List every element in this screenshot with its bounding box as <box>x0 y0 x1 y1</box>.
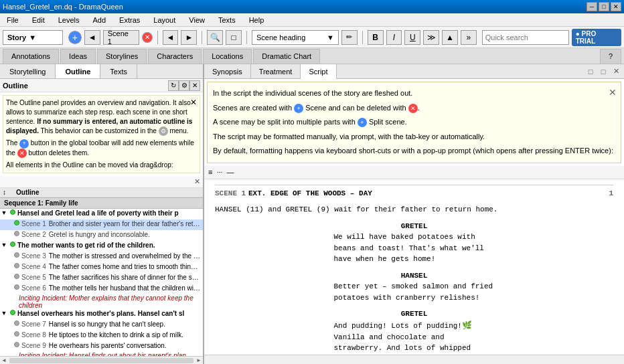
quick-search-input[interactable] <box>482 30 569 45</box>
close-button[interactable]: ✕ <box>611 2 621 11</box>
tab-outline[interactable]: Outline <box>56 64 100 78</box>
menu-help[interactable]: Help <box>245 15 268 25</box>
format-icon-dots[interactable]: ··· <box>216 168 222 176</box>
format-extra2[interactable]: » <box>461 30 477 45</box>
scene-close-btn[interactable]: ✕ <box>142 32 153 43</box>
scene-3-row[interactable]: Scene 3 The mother is stressed and overw… <box>0 252 203 262</box>
right-top-tabs: Synopsis Treatment Script □ □ ✕ <box>204 64 624 79</box>
tab-annotations[interactable]: Annotations <box>3 49 59 64</box>
format-underline-btn[interactable]: U <box>404 30 420 45</box>
add-button[interactable]: + <box>68 31 82 44</box>
toolbar-sep-3 <box>246 31 247 44</box>
menu-texts[interactable]: Texts <box>214 15 240 25</box>
fullscreen-btn[interactable]: □ <box>226 30 242 45</box>
script-area[interactable]: Scene 1 EXT. EDGE OF THE WOODS – DAY 1 H… <box>204 179 624 355</box>
minimize-button[interactable]: ─ <box>587 2 597 11</box>
scroll-right-arrow[interactable]: ► <box>196 357 202 363</box>
menu-add[interactable]: Add <box>89 15 110 25</box>
menu-edit[interactable]: Edit <box>28 15 49 25</box>
tab-help[interactable]: ? <box>600 49 621 64</box>
scene-6-num: Scene 6 <box>21 284 46 292</box>
scene-7-num: Scene 7 <box>21 321 46 328</box>
scene-6-row[interactable]: Scene 6 The mother tells her husband tha… <box>0 284 203 294</box>
nav-back-btn[interactable]: ◄ <box>163 30 179 45</box>
format-bold-btn[interactable]: B <box>368 30 384 45</box>
right-panel: Synopsis Treatment Script □ □ ✕ ✕ In the… <box>204 64 624 364</box>
panel-restore-btn[interactable]: □ <box>585 66 596 77</box>
scene-4-num: Scene 4 <box>21 263 46 270</box>
scene-7-row[interactable]: Scene 7 Hansel is so hungry that he can'… <box>0 320 203 331</box>
scene-9-row[interactable]: Scene 9 He overhears his parents' conver… <box>0 341 203 352</box>
scene-8-bullet <box>14 331 19 337</box>
right-tab-synopsis[interactable]: Synopsis <box>204 64 251 79</box>
scene-4-bullet <box>14 263 19 268</box>
help-popup-close[interactable]: ✕ <box>609 85 617 100</box>
outline-settings-btn[interactable]: ⚙ <box>179 80 189 91</box>
script-bottom-scrollbar[interactable] <box>204 355 624 364</box>
toolbar-sep-2 <box>202 31 202 44</box>
format-italic-btn[interactable]: I <box>386 30 402 45</box>
menu-bar: File Edit Levels Add Extras Layout View … <box>0 13 624 27</box>
scene-2-row[interactable]: Scene 2 Gretel is hungry and inconsolabl… <box>0 230 203 241</box>
story-dropdown[interactable]: Story ▼ <box>3 30 63 45</box>
outline-tree: Sequence 1: Family life ▼ Hansel and Gre… <box>0 197 203 356</box>
help-line-5: A scene may be split into multiple parts… <box>213 116 615 128</box>
tab-dramatic-chart[interactable]: Dramatic Chart <box>253 49 320 64</box>
scroll-left-arrow[interactable]: ◄ <box>1 357 7 363</box>
scene-format-label: Scene heading <box>256 33 327 41</box>
scene-7-label: Hansel is so hungry that he can't sleep. <box>49 321 203 328</box>
scene-5-num: Scene 5 <box>21 274 46 281</box>
dialog-gretel-2: And pudding! Lots of pudding!🌿 Vanilla a… <box>307 320 522 355</box>
outline-bottom-scroll[interactable]: ◄ ► <box>0 356 203 364</box>
help-line-9: By default, formatting happens via keybo… <box>213 145 615 157</box>
scene-5-row[interactable]: Scene 5 The father sacrifices his share … <box>0 273 203 284</box>
menu-levels[interactable]: Levels <box>54 15 84 25</box>
step-1-label: Hansel and Gretel lead a life of poverty… <box>17 209 203 217</box>
info-close[interactable]: ✕ <box>190 97 197 108</box>
right-tab-script[interactable]: Script <box>301 64 336 79</box>
char-hansel-1: HANSEL <box>215 270 613 282</box>
scene-4-label: The father comes home and tries to smoot… <box>49 263 203 270</box>
split-scene-icon: + <box>358 118 367 127</box>
tab-storytelling[interactable]: Storytelling <box>0 64 56 78</box>
panel-expand-btn[interactable]: □ <box>598 66 609 77</box>
right-tab-treatment[interactable]: Treatment <box>251 64 301 79</box>
scene-1-row[interactable]: Scene 1 Brother and sister yearn for the… <box>0 219 203 230</box>
drag-close-btn[interactable]: ✕ <box>194 177 200 186</box>
step-2-bullet <box>10 242 15 247</box>
title-bar-controls: ─ □ ✕ <box>587 2 621 11</box>
scene-9-bullet <box>14 342 19 347</box>
tab-characters[interactable]: Characters <box>148 49 202 64</box>
dialog-hansel-1: Better yet – smoked salmon and fried pot… <box>307 281 522 303</box>
tab-ideas[interactable]: Ideas <box>60 49 96 64</box>
scene-4-row[interactable]: Scene 4 The father comes home and tries … <box>0 262 203 273</box>
format-more-btn[interactable]: ≫ <box>423 30 439 45</box>
tab-locations[interactable]: Locations <box>203 49 252 64</box>
pencil-btn[interactable]: ✏ <box>341 30 358 45</box>
outline-close-btn[interactable]: ✕ <box>189 80 200 91</box>
format-extra1[interactable]: ▲ <box>442 30 458 45</box>
scene-nav-item[interactable]: Scene 1 <box>103 30 139 45</box>
outline-refresh-btn[interactable]: ↻ <box>168 80 179 91</box>
format-icon-list[interactable]: ≡ <box>208 168 212 176</box>
maximize-button[interactable]: □ <box>599 2 609 11</box>
zoom-btn[interactable]: 🔍 <box>207 30 223 45</box>
tab-storylines[interactable]: Storylines <box>97 49 147 64</box>
menu-layout[interactable]: Layout <box>149 15 179 25</box>
menu-extras[interactable]: Extras <box>115 15 144 25</box>
arrow-left-btn[interactable]: ◄ <box>84 30 100 45</box>
menu-file[interactable]: File <box>3 15 23 25</box>
step-3-row[interactable]: ▼ Hansel overhears his mother's plans. H… <box>0 309 203 320</box>
scene-5-label: The father sacrifices his share of dinne… <box>49 274 203 281</box>
scene-8-row[interactable]: Scene 8 He tiptoes to the kitchen to dri… <box>0 331 203 341</box>
nav-fwd-btn[interactable]: ► <box>181 30 197 45</box>
tab-texts[interactable]: Texts <box>100 64 137 78</box>
step-1-row[interactable]: ▼ Hansel and Gretel lead a life of pover… <box>0 209 203 219</box>
scene-format-dropdown[interactable]: Scene heading ▼ <box>252 30 339 45</box>
scene-8-num: Scene 8 <box>21 331 46 339</box>
menu-view[interactable]: View <box>185 15 209 25</box>
panel-close-btn[interactable]: ✕ <box>611 66 621 77</box>
format-icon-dash[interactable]: — <box>227 168 234 176</box>
step-2-row[interactable]: ▼ The mother wants to get rid of the chi… <box>0 241 203 252</box>
info-text-1: The Outline panel provides an overview a… <box>6 98 197 136</box>
